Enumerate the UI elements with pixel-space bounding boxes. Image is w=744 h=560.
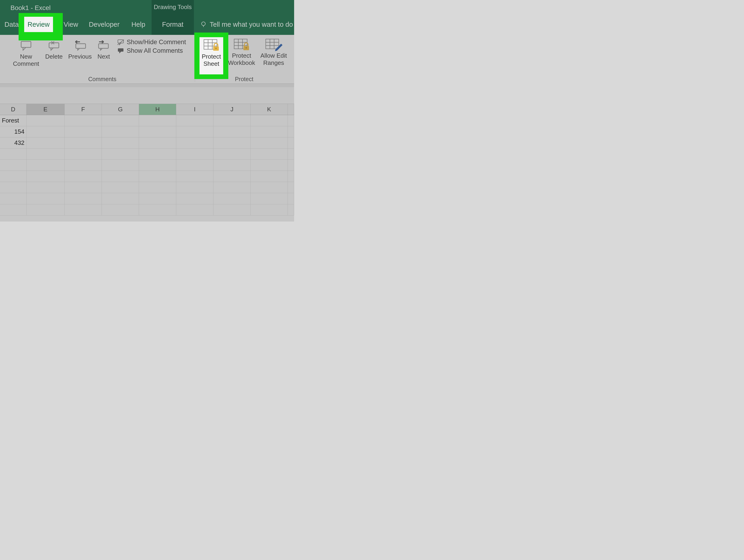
cell[interactable] xyxy=(176,137,214,148)
column-header-edge xyxy=(288,104,294,115)
cell[interactable] xyxy=(251,137,288,148)
cell[interactable] xyxy=(139,137,176,148)
cell[interactable] xyxy=(27,115,65,126)
column-header-K[interactable]: K xyxy=(251,104,288,115)
cell[interactable] xyxy=(102,126,139,137)
show-hide-comment-button[interactable]: Show/Hide Comment xyxy=(117,39,186,46)
cell-D2[interactable]: 154 xyxy=(0,126,27,137)
ribbon-group-separator xyxy=(195,36,195,82)
show-hide-comment-label: Show/Hide Comment xyxy=(127,39,186,46)
cell[interactable] xyxy=(65,115,102,126)
column-header-H[interactable]: H xyxy=(139,104,176,115)
svg-rect-2 xyxy=(21,41,31,47)
cell[interactable] xyxy=(65,137,102,148)
protect-workbook-label-1: Protect xyxy=(232,52,251,59)
worksheet-area: D E F G H I J K Forest 154 xyxy=(0,87,294,222)
cell[interactable] xyxy=(214,115,251,126)
tab-data[interactable]: Data xyxy=(2,14,21,35)
next-comment-button[interactable]: Next xyxy=(95,39,113,60)
tab-view[interactable]: View xyxy=(62,14,80,35)
svg-rect-4 xyxy=(76,44,85,48)
delete-comment-icon xyxy=(48,39,60,52)
formula-bar-area[interactable] xyxy=(0,87,294,104)
ribbon-group-comments-label: Comments xyxy=(14,76,191,82)
column-headers: D E F G H I J K xyxy=(0,104,294,115)
grid-row: Forest xyxy=(0,115,294,126)
allow-edit-ranges-icon xyxy=(265,38,283,51)
tab-developer[interactable]: Developer xyxy=(85,14,123,35)
show-all-comments-button[interactable]: Show All Comments xyxy=(117,47,186,54)
column-header-I[interactable]: I xyxy=(176,104,214,115)
new-comment-button[interactable]: NewComment xyxy=(10,39,42,67)
cell[interactable] xyxy=(27,137,65,148)
cell[interactable] xyxy=(139,126,176,137)
column-header-J[interactable]: J xyxy=(214,104,251,115)
previous-comment-button[interactable]: Previous xyxy=(66,39,94,60)
svg-rect-16 xyxy=(266,39,279,49)
cell[interactable] xyxy=(288,115,294,126)
cell[interactable] xyxy=(65,126,102,137)
tell-me-label: Tell me what you want to do xyxy=(210,21,293,28)
previous-arrow-icon xyxy=(73,39,87,52)
svg-rect-8 xyxy=(118,48,123,51)
window-title: Book1 - Excel xyxy=(10,4,51,12)
cell-grid[interactable]: Forest 154 432 xyxy=(0,115,294,216)
cell[interactable] xyxy=(214,137,251,148)
protect-workbook-button[interactable]: ProtectWorkbook xyxy=(227,38,256,67)
protect-workbook-icon xyxy=(233,38,250,51)
allow-edit-ranges-label-1: Allow Edit xyxy=(260,52,287,59)
title-bar: Book1 - Excel Drawing Tools xyxy=(0,0,294,14)
ribbon-tabs: Data View Developer Help Format Tell me … xyxy=(0,14,294,35)
cell[interactable] xyxy=(102,137,139,148)
comment-links: Show/Hide Comment Show All Comments xyxy=(117,39,186,56)
tell-me-search[interactable]: Tell me what you want to do xyxy=(198,14,294,35)
column-header-F[interactable]: F xyxy=(65,104,102,115)
column-header-G[interactable]: G xyxy=(102,104,139,115)
cell[interactable] xyxy=(214,126,251,137)
svg-rect-5 xyxy=(99,44,108,48)
protect-workbook-label-2: Workbook xyxy=(228,59,255,66)
cell[interactable] xyxy=(27,126,65,137)
previous-comment-label: Previous xyxy=(68,53,91,60)
column-header-D[interactable]: D xyxy=(0,104,27,115)
lightbulb-icon xyxy=(200,21,207,28)
cell[interactable] xyxy=(139,115,176,126)
next-comment-label: Next xyxy=(98,53,110,60)
delete-comment-label: Delete xyxy=(45,53,63,60)
column-header-E[interactable]: E xyxy=(27,104,65,115)
allow-edit-ranges-label-2: Ranges xyxy=(263,59,284,66)
cell[interactable] xyxy=(176,126,214,137)
cell[interactable] xyxy=(176,115,214,126)
svg-line-7 xyxy=(117,40,124,45)
svg-point-0 xyxy=(201,22,205,26)
new-comment-label-1: New xyxy=(20,53,32,60)
delete-comment-button[interactable]: Delete xyxy=(42,39,66,60)
grid-row: 432 xyxy=(0,137,294,149)
grid-row: 154 xyxy=(0,126,294,137)
ribbon-review: NewComment Delete Previous Next Show/Hid… xyxy=(0,35,294,84)
comment-icon xyxy=(20,39,32,52)
comment-small-icon xyxy=(117,48,124,54)
cell[interactable] xyxy=(288,126,294,137)
cell[interactable] xyxy=(288,137,294,148)
cell-D3[interactable]: 432 xyxy=(0,137,27,148)
tab-help[interactable]: Help xyxy=(129,14,148,35)
ribbon-group-protect-label: Protect xyxy=(198,76,291,82)
tab-format[interactable]: Format xyxy=(152,14,194,35)
show-all-comments-label: Show All Comments xyxy=(127,47,183,54)
contextual-tab-drawing-tools: Drawing Tools xyxy=(152,0,194,14)
next-arrow-icon xyxy=(97,39,111,52)
cell[interactable] xyxy=(102,115,139,126)
new-comment-label-2: Comment xyxy=(13,60,39,67)
allow-edit-ranges-button[interactable]: Allow EditRanges xyxy=(259,38,289,67)
cell[interactable] xyxy=(251,115,288,126)
cell-D1[interactable]: Forest xyxy=(0,115,27,126)
cell[interactable] xyxy=(251,126,288,137)
comment-small-icon xyxy=(117,39,124,45)
svg-point-15 xyxy=(246,47,247,48)
